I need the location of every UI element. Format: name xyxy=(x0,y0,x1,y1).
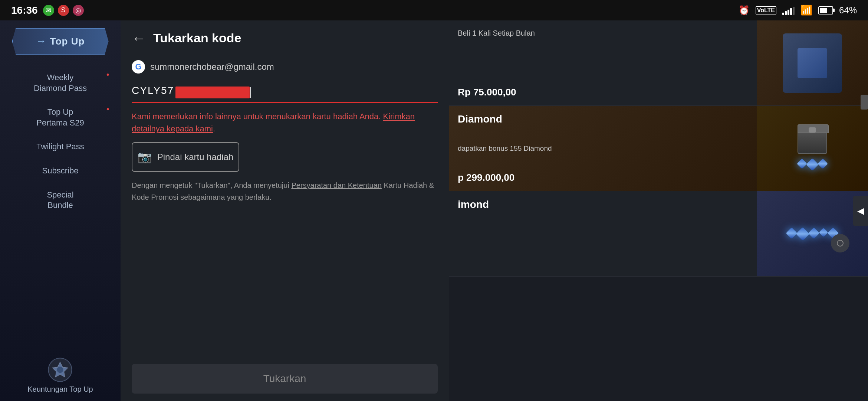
status-bar-right: ⏰ VoLTE 📶 64% xyxy=(739,4,857,16)
exchange-button[interactable]: Tukarkan xyxy=(132,364,438,394)
sidebar-item-label: SpecialBundle xyxy=(47,190,73,210)
chest-icon xyxy=(798,128,827,154)
sidebar-item-topup-pertama[interactable]: Top UpPertama S29 xyxy=(0,100,121,135)
shop-item-info-2: Diamond dapatkan bonus 155 Diamond p 299… xyxy=(449,106,757,191)
code-redact xyxy=(175,87,250,98)
right-arrow-button[interactable]: ◀ xyxy=(853,196,868,226)
status-bar-left: 16:36 ✉ S ◎ xyxy=(11,4,84,16)
app-icon-2: S xyxy=(58,5,69,16)
shop-item-name-3: imond xyxy=(458,199,748,211)
error-message: Kami memerlukan info lainnya untuk menuk… xyxy=(132,110,438,135)
status-icons: ✉ S ◎ xyxy=(43,5,84,16)
app-icon-3: ◎ xyxy=(73,5,84,16)
form-area: G summonerchobear@gmail.com CYLY57 Kami … xyxy=(121,53,449,356)
right-panel: Beli 1 Kali Setiap Bulan Rp 75.000,00 Di… xyxy=(449,20,868,401)
terms-text: Dengan mengetuk "Tukarkan", Anda menyetu… xyxy=(132,179,438,203)
email-row: G summonerchobear@gmail.com xyxy=(132,56,438,77)
google-icon: G xyxy=(132,60,145,74)
sidebar-item-label: Subscribe xyxy=(42,166,79,175)
bottom-section: Tukarkan xyxy=(121,356,449,401)
text-cursor xyxy=(250,87,251,98)
shop-item-info-1: Beli 1 Kali Setiap Bulan Rp 75.000,00 xyxy=(449,20,757,105)
nav-circle-icon xyxy=(837,240,844,247)
sidebar-item-special-bundle[interactable]: SpecialBundle xyxy=(0,183,121,218)
shop-item-bonus-2: dapatkan bonus 155 Diamond xyxy=(458,144,748,153)
alarm-icon: ⏰ xyxy=(739,5,750,16)
error-text: Kami memerlukan info lainnya untuk menuk… xyxy=(132,112,383,121)
app-icon-1: ✉ xyxy=(43,5,54,16)
top-up-label: Top Up xyxy=(50,36,85,47)
wifi-icon: 📶 xyxy=(800,4,812,16)
shop-item-image-1 xyxy=(757,20,868,105)
signal-bars xyxy=(782,6,795,15)
page-title: Tukarkan kode xyxy=(153,31,241,45)
sidebar-item-label: WeeklyDiamond Pass xyxy=(34,73,87,93)
footer-label: Keuntungan Top Up xyxy=(27,385,93,394)
sidebar-item-weekly-diamond[interactable]: WeeklyDiamond Pass xyxy=(0,66,121,100)
battery-icon xyxy=(818,6,833,14)
battery-percentage: 64% xyxy=(839,5,857,16)
code-value: CYLY57 xyxy=(132,85,174,96)
shop-item-info-3: imond xyxy=(449,191,757,276)
page-header: ← Tukarkan kode xyxy=(121,20,449,53)
scrollbar[interactable] xyxy=(861,95,868,110)
sidebar-item-label: Twilight Pass xyxy=(36,142,84,151)
terms-prefix: Dengan mengetuk "Tukarkan", Anda menyetu… xyxy=(132,181,291,189)
sidebar-item-label: Top UpPertama S29 xyxy=(36,107,84,127)
scan-button-label: Pindai kartu hadiah xyxy=(157,152,233,162)
camera-icon: 📷 xyxy=(138,150,151,163)
shop-item-image-2 xyxy=(757,106,868,191)
sidebar-menu: WeeklyDiamond Pass Top UpPertama S29 Twi… xyxy=(0,66,121,218)
status-bar: 16:36 ✉ S ◎ ⏰ VoLTE 📶 64% xyxy=(0,0,868,20)
sidebar: → Top Up WeeklyDiamond Pass Top UpPertam… xyxy=(0,20,121,401)
main-content: ← Tukarkan kode G summonerchobear@gmail.… xyxy=(121,20,449,401)
shop-item-1: Beli 1 Kali Setiap Bulan Rp 75.000,00 xyxy=(449,20,868,106)
back-button[interactable]: ← xyxy=(132,31,146,45)
lte-icon: VoLTE xyxy=(756,6,776,14)
status-time: 16:36 xyxy=(11,4,38,16)
email-text: summonerchobear@gmail.com xyxy=(150,62,274,72)
shop-item-tag-1: Beli 1 Kali Setiap Bulan xyxy=(458,28,748,38)
nav-circle-button[interactable] xyxy=(831,234,849,252)
sidebar-item-twilight[interactable]: Twilight Pass xyxy=(0,135,121,159)
shop-item-name-2: Diamond xyxy=(458,113,748,125)
error-period: . xyxy=(213,124,215,133)
terms-link[interactable]: Persyaratan dan Ketentuan xyxy=(291,181,382,189)
sidebar-footer: Keuntungan Top Up xyxy=(27,357,93,394)
top-up-button[interactable]: → Top Up xyxy=(12,28,109,55)
shop-item-price-1: Rp 75.000,00 xyxy=(458,87,748,98)
scan-button[interactable]: 📷 Pindai kartu hadiah xyxy=(132,142,239,172)
sidebar-item-subscribe[interactable]: Subscribe xyxy=(0,159,121,183)
code-input-wrapper: CYLY57 xyxy=(132,85,438,103)
shop-item-3: imond xyxy=(449,191,868,277)
shop-item-price-2: p 299.000,00 xyxy=(458,172,748,183)
top-up-arrow-icon: → xyxy=(36,35,46,47)
svg-point-1 xyxy=(57,367,63,373)
shop-item-2: Diamond dapatkan bonus 155 Diamond p 299… xyxy=(449,106,868,191)
keuntungan-icon xyxy=(47,357,73,383)
shop-item-image-3 xyxy=(757,191,868,276)
